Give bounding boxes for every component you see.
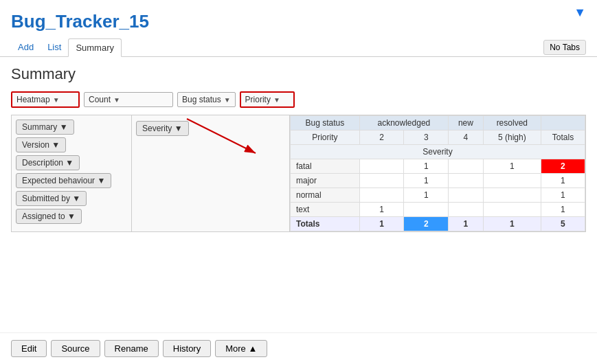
table-row: fatal 1 1 2 bbox=[291, 159, 585, 174]
row-text: text bbox=[291, 203, 360, 217]
text-3 bbox=[404, 203, 449, 217]
table-row: major 1 1 bbox=[291, 174, 585, 188]
new-header: new bbox=[449, 116, 484, 130]
tab-add[interactable]: Add bbox=[11, 38, 41, 56]
field-submitted-by[interactable]: Submitted by ▼ bbox=[16, 191, 87, 206]
fatal-4 bbox=[449, 159, 484, 174]
count-arrow-icon: ▼ bbox=[113, 96, 120, 104]
mid-fields-col: Severity ▼ bbox=[132, 115, 290, 231]
heatmap-table: Bug status acknowledged new resolved Pri… bbox=[290, 115, 585, 231]
fatal-5high: 1 bbox=[483, 159, 541, 174]
normal-4 bbox=[449, 188, 484, 203]
text-4 bbox=[449, 203, 484, 217]
table-row: normal 1 1 bbox=[291, 188, 585, 203]
major-3: 1 bbox=[404, 174, 449, 188]
controls-row: Heatmap ▼ Count ▼ Bug status ▼ Priority … bbox=[11, 91, 586, 108]
bug-status-dropdown[interactable]: Bug status ▼ bbox=[177, 92, 236, 107]
left-fields-col: Summary ▼ Version ▼ Description ▼ Expect… bbox=[12, 115, 132, 231]
acknowledged-header: acknowledged bbox=[359, 116, 449, 130]
app-title: Bug_Tracker_15 bbox=[11, 11, 586, 32]
totals-2: 1 bbox=[359, 217, 404, 231]
heatmap-table-col: Bug status acknowledged new resolved Pri… bbox=[290, 115, 585, 231]
section-title: Summary bbox=[11, 65, 586, 83]
major-totals: 1 bbox=[541, 174, 585, 188]
tabs-bar: Add List Summary No Tabs bbox=[0, 38, 597, 57]
top-chevron-icon[interactable]: ▼ bbox=[574, 5, 586, 20]
priority-label: Priority bbox=[245, 95, 271, 104]
bug-status-arrow-icon: ▼ bbox=[224, 96, 231, 104]
main-grid: Summary ▼ Version ▼ Description ▼ Expect… bbox=[11, 115, 586, 232]
col-5high: 5 (high) bbox=[483, 130, 541, 145]
totals-4: 1 bbox=[449, 217, 484, 231]
bug-status-label: Bug status bbox=[182, 95, 221, 104]
field-description[interactable]: Description ▼ bbox=[16, 155, 80, 170]
text-2: 1 bbox=[359, 203, 404, 217]
totals-3: 2 bbox=[404, 217, 449, 231]
totals-5high: 1 bbox=[483, 217, 541, 231]
heatmap-dropdown[interactable]: Heatmap ▼ bbox=[11, 91, 80, 108]
fatal-2 bbox=[359, 159, 404, 174]
col-3: 3 bbox=[404, 130, 449, 145]
bottom-bar: Edit Source Rename History More ▲ bbox=[0, 332, 597, 364]
normal-3: 1 bbox=[404, 188, 449, 203]
tab-summary[interactable]: Summary bbox=[68, 38, 122, 57]
heatmap-arrow-icon: ▼ bbox=[53, 96, 60, 104]
major-2 bbox=[359, 174, 404, 188]
header: Bug_Tracker_15 bbox=[0, 0, 597, 32]
fatal-3: 1 bbox=[404, 159, 449, 174]
field-expected-behaviour[interactable]: Expected behaviour ▼ bbox=[16, 173, 111, 188]
text-5high bbox=[483, 203, 541, 217]
row-fatal: fatal bbox=[291, 159, 360, 174]
count-dropdown[interactable]: Count ▼ bbox=[84, 92, 173, 107]
bug-status-col-header: Bug status bbox=[291, 116, 360, 130]
totals-header bbox=[541, 116, 585, 130]
edit-button[interactable]: Edit bbox=[11, 340, 47, 357]
priority-dropdown[interactable]: Priority ▼ bbox=[240, 91, 295, 108]
source-button[interactable]: Source bbox=[51, 340, 100, 357]
rename-button[interactable]: Rename bbox=[104, 340, 159, 357]
count-label: Count bbox=[89, 95, 111, 104]
normal-5high bbox=[483, 188, 541, 203]
major-4 bbox=[449, 174, 484, 188]
field-summary[interactable]: Summary ▼ bbox=[16, 120, 74, 135]
col-totals: Totals bbox=[541, 130, 585, 145]
text-totals: 1 bbox=[541, 203, 585, 217]
priority-subheader: Priority bbox=[291, 130, 360, 145]
col-4: 4 bbox=[449, 130, 484, 145]
priority-arrow-icon: ▼ bbox=[273, 96, 280, 104]
severity-row-header: Severity bbox=[291, 145, 585, 159]
heatmap-label: Heatmap bbox=[16, 95, 50, 104]
row-normal: normal bbox=[291, 188, 360, 203]
normal-totals: 1 bbox=[541, 188, 585, 203]
totals-total: 5 bbox=[541, 217, 585, 231]
no-tabs-button[interactable]: No Tabs bbox=[543, 40, 586, 55]
fatal-totals: 2 bbox=[541, 159, 585, 174]
resolved-header: resolved bbox=[483, 116, 541, 130]
history-button[interactable]: History bbox=[163, 340, 211, 357]
col-2: 2 bbox=[359, 130, 404, 145]
main-content: Summary Heatmap ▼ Count ▼ Bug status ▼ P… bbox=[0, 57, 597, 240]
row-major: major bbox=[291, 174, 360, 188]
tab-list[interactable]: List bbox=[41, 38, 68, 56]
field-assigned-to[interactable]: Assigned to ▼ bbox=[16, 209, 82, 224]
table-row: text 1 1 bbox=[291, 203, 585, 217]
major-5high bbox=[483, 174, 541, 188]
more-button[interactable]: More ▲ bbox=[215, 340, 267, 357]
field-severity[interactable]: Severity ▼ bbox=[136, 121, 189, 136]
normal-2 bbox=[359, 188, 404, 203]
field-version[interactable]: Version ▼ bbox=[16, 137, 66, 152]
totals-row: Totals 1 2 1 1 5 bbox=[291, 217, 585, 231]
totals-label: Totals bbox=[291, 217, 360, 231]
